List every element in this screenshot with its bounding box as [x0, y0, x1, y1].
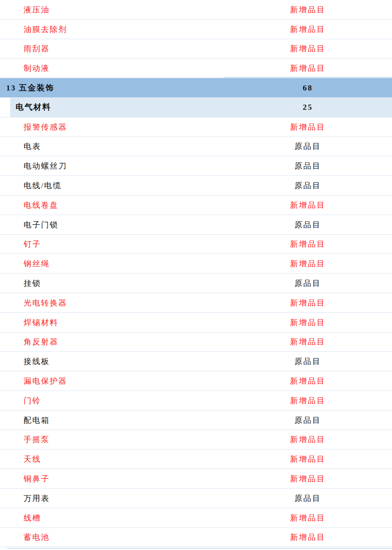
item-row: 电子门锁原品目	[0, 215, 392, 235]
item-status-cell[interactable]: 新增品目	[224, 200, 392, 210]
item-row: 钉子新增品目	[0, 235, 392, 254]
item-name-cell[interactable]: 天线	[0, 454, 224, 464]
item-row: 报警传感器新增品目	[0, 117, 392, 137]
item-name-cell[interactable]: 万用表	[0, 493, 224, 504]
item-status-cell[interactable]: 新增品目	[224, 298, 392, 308]
item-status-cell[interactable]: 新增品目	[224, 395, 392, 406]
item-status-cell[interactable]: 新增品目	[224, 239, 392, 249]
item-status-cell[interactable]: 新增品目	[224, 24, 392, 35]
item-status-cell[interactable]: 新增品目	[224, 43, 392, 54]
item-row: 角反射器新增品目	[0, 332, 392, 352]
item-status-cell[interactable]: 新增品目	[224, 317, 392, 328]
item-row: 制动液新增品目	[0, 58, 392, 78]
item-row: 万用表原品目	[0, 489, 392, 508]
item-row: 电表原品目	[0, 137, 392, 157]
item-name-cell[interactable]: 线槽	[0, 513, 224, 523]
item-name-cell[interactable]: 挂锁	[0, 278, 224, 288]
item-status-cell[interactable]: 原品目	[224, 219, 392, 230]
item-row: 门铃新增品目	[0, 391, 392, 411]
item-status-cell[interactable]: 新增品目	[224, 473, 392, 484]
item-status-cell[interactable]: 新增品目	[224, 122, 392, 132]
item-status-cell[interactable]: 新增品目	[224, 532, 392, 542]
item-status-cell[interactable]: 原品目	[224, 161, 392, 171]
category-name-cell[interactable]: 13 五金装饰	[0, 82, 224, 93]
item-status-cell[interactable]: 原品目	[224, 278, 392, 288]
item-row: 焊锡材料新增品目	[0, 313, 392, 332]
item-row: 配电箱原品目	[0, 411, 392, 430]
item-name-cell[interactable]: 手摇泵	[0, 434, 224, 445]
item-status-cell[interactable]: 原品目	[224, 356, 392, 367]
item-name-cell[interactable]: 门铃	[0, 395, 224, 406]
item-name-cell[interactable]: 漏电保护器	[0, 376, 224, 386]
item-row: 钢丝绳新增品目	[0, 254, 392, 274]
item-row: 线槽新增品目	[0, 508, 392, 528]
item-row: 漏电保护器新增品目	[0, 371, 392, 391]
item-status-cell[interactable]: 新增品目	[224, 4, 392, 15]
item-name-cell[interactable]: 钉子	[0, 239, 224, 249]
item-status-cell[interactable]: 原品目	[224, 180, 392, 191]
item-row: 铜鼻子新增品目	[0, 469, 392, 489]
item-name-cell[interactable]: 电线/电缆	[0, 180, 224, 191]
item-status-cell[interactable]: 新增品目	[224, 336, 392, 347]
item-name-cell[interactable]: 蓄电池	[0, 532, 224, 542]
item-name-cell[interactable]: 电子门锁	[0, 219, 224, 230]
item-row: 蓄电池新增品目	[0, 528, 392, 547]
item-row: 挂锁原品目	[0, 274, 392, 293]
next-row-top-edge	[7, 548, 392, 549]
item-status-cell[interactable]: 新增品目	[224, 376, 392, 386]
item-status-cell[interactable]: 新增品目	[224, 63, 392, 73]
subcategory-name-cell[interactable]: 电气材料	[10, 102, 224, 113]
item-status-cell[interactable]: 原品目	[224, 493, 392, 504]
item-name-cell[interactable]: 液压油	[0, 4, 224, 15]
item-name-cell[interactable]: 雨刮器	[0, 43, 224, 54]
item-row: 天线新增品目	[0, 449, 392, 469]
item-row: 电动螺丝刀原品目	[0, 156, 392, 176]
item-name-cell[interactable]: 焊锡材料	[0, 317, 224, 328]
item-status-cell[interactable]: 原品目	[224, 141, 392, 151]
item-name-cell[interactable]: 角反射器	[0, 336, 224, 347]
item-row: 油膜去除剂新增品目	[0, 20, 392, 39]
item-row: 光电转换器新增品目	[0, 293, 392, 313]
item-name-cell[interactable]: 钢丝绳	[0, 258, 224, 269]
item-row: 电线/电缆原品目	[0, 176, 392, 195]
item-name-cell[interactable]: 电动螺丝刀	[0, 161, 224, 171]
item-name-cell[interactable]: 配电箱	[0, 415, 224, 425]
item-name-cell[interactable]: 电线卷盘	[0, 200, 224, 210]
category-header-row: 13 五金装饰68	[0, 78, 392, 98]
item-status-cell[interactable]: 新增品目	[224, 434, 392, 445]
item-count-cell[interactable]: 25	[224, 102, 392, 112]
item-row: 接线板原品目	[0, 352, 392, 371]
item-name-cell[interactable]: 光电转换器	[0, 298, 224, 308]
item-row: 手摇泵新增品目	[0, 430, 392, 450]
category-item-table: 液压油新增品目油膜去除剂新增品目雨刮器新增品目制动液新增品目13 五金装饰68电…	[0, 0, 392, 547]
subcategory-header-fill: 电气材料25	[10, 98, 392, 117]
item-name-cell[interactable]: 油膜去除剂	[0, 24, 224, 35]
item-row: 液压油新增品目	[0, 0, 392, 20]
item-name-cell[interactable]: 制动液	[0, 63, 224, 73]
item-row: 电线卷盘新增品目	[0, 195, 392, 215]
item-name-cell[interactable]: 铜鼻子	[0, 473, 224, 484]
item-status-cell[interactable]: 新增品目	[224, 513, 392, 523]
item-name-cell[interactable]: 报警传感器	[0, 122, 224, 132]
subcategory-header-row: 电气材料25	[0, 98, 392, 117]
item-name-cell[interactable]: 电表	[0, 141, 224, 151]
item-name-cell[interactable]: 接线板	[0, 356, 224, 367]
item-status-cell[interactable]: 新增品目	[224, 454, 392, 464]
item-row: 雨刮器新增品目	[0, 39, 392, 59]
item-status-cell[interactable]: 新增品目	[224, 258, 392, 269]
item-count-cell[interactable]: 68	[224, 83, 392, 93]
item-status-cell[interactable]: 原品目	[224, 415, 392, 425]
